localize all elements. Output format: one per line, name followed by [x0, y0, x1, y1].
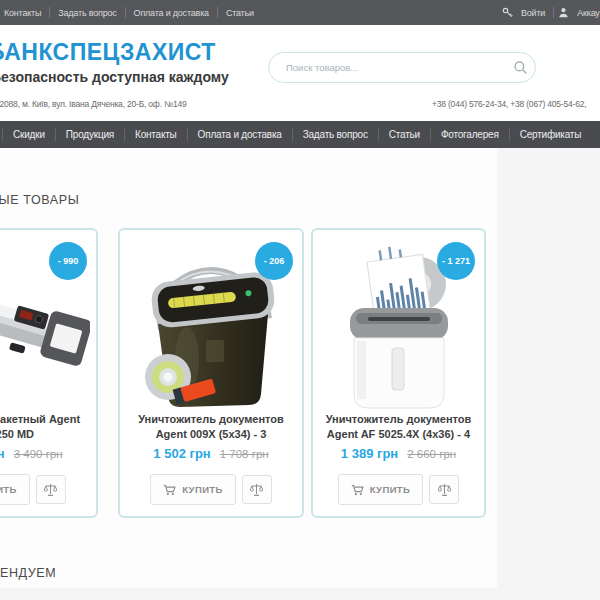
- recommended-title: РЕКОМЕНДУЕМ: [0, 566, 56, 580]
- nav-item-ask[interactable]: Задать вопрос: [293, 129, 378, 140]
- topbar-link-contacts[interactable]: Контакты: [0, 8, 49, 18]
- site-header: БАНКСПЕЦЗАХИСТ Безопасность доступная ка…: [0, 25, 600, 121]
- price-old: 2 660 грн: [407, 448, 456, 460]
- buy-button[interactable]: КУПИТЬ: [338, 474, 424, 505]
- scales-icon: [43, 483, 58, 497]
- cart-icon: [163, 484, 176, 496]
- price-new: 2 500 грн: [0, 446, 5, 461]
- scales-icon: [437, 483, 452, 497]
- nav-item-certificates[interactable]: Сертификаты: [510, 129, 592, 140]
- compare-button[interactable]: [429, 475, 459, 504]
- top-bar: Контакты Задать вопрос Оплата и доставка…: [0, 0, 600, 25]
- product-actions: КУПИТЬ: [120, 474, 302, 505]
- buy-button-label: КУПИТЬ: [0, 484, 17, 495]
- top-bar-links: Контакты Задать вопрос Оплата и доставка…: [0, 0, 262, 25]
- person-icon: [558, 7, 569, 18]
- divider: [553, 7, 554, 18]
- account-link[interactable]: Аккаунт: [573, 8, 600, 18]
- product-card[interactable]: Ламинатор пакетный Agent LM-250 MD 2 500…: [0, 228, 98, 518]
- nav-item-products[interactable]: Продукция: [56, 129, 124, 140]
- topbar-link-ask[interactable]: Задать вопрос: [50, 8, 124, 18]
- search-input[interactable]: [284, 61, 505, 74]
- cart-icon: [351, 484, 364, 496]
- product-price-row: 2 500 грн 3 490 грн: [0, 446, 96, 461]
- price-old: 1 708 грн: [220, 448, 269, 460]
- buy-button-label: КУПИТЬ: [370, 484, 411, 495]
- main-nav: Скидки Продукция Контакты Оплата и доста…: [0, 121, 600, 148]
- product-price-row: 1 389 грн 2 660 грн: [313, 446, 484, 461]
- nav-item-discounts[interactable]: Скидки: [3, 129, 55, 140]
- discount-badge: - 206: [255, 242, 293, 280]
- buy-button[interactable]: КУПИТЬ: [150, 474, 236, 505]
- company-phones: +38 (044) 576-24-34, +38 (067) 405-54-62…: [432, 99, 586, 109]
- popular-products-title: ПОПУЛЯРНЫЕ ТОВАРЫ: [0, 193, 79, 207]
- search-box: [268, 52, 536, 83]
- login-link[interactable]: Войти: [517, 8, 549, 18]
- discount-badge: - 990: [49, 242, 87, 280]
- price-new: 1 389 грн: [341, 446, 398, 461]
- product-title: Ламинатор пакетный Agent LM-250 MD: [0, 412, 88, 443]
- product-card[interactable]: Уничтожитель документов Agent 009X (5x34…: [118, 228, 304, 518]
- search-icon[interactable]: [505, 53, 535, 82]
- company-address: 02088, м. Київ, вул. Івана Дяченка, 20-Б…: [0, 99, 187, 109]
- topbar-link-payment[interactable]: Оплата и доставка: [126, 8, 217, 18]
- product-actions: КУПИТЬ: [0, 474, 96, 505]
- discount-badge: - 1 271: [437, 242, 475, 280]
- compare-button[interactable]: [36, 475, 66, 504]
- price-old: 3 490 грн: [14, 448, 63, 460]
- scales-icon: [249, 483, 264, 497]
- product-price-row: 1 502 грн 1 708 грн: [120, 446, 302, 461]
- topbar-link-articles[interactable]: Статьи: [218, 8, 262, 18]
- site-logo[interactable]: БАНКСПЕЦЗАХИСТ: [0, 39, 216, 66]
- product-title: Уничтожитель документов Agent AF 5025.4X…: [321, 412, 476, 443]
- nav-item-articles[interactable]: Статьи: [379, 129, 430, 140]
- site-tagline: Безопасность доступная каждому: [0, 69, 229, 85]
- product-title: Уничтожитель документов Agent 009X (5x34…: [128, 412, 294, 443]
- page: Контакты Задать вопрос Оплата и доставка…: [0, 0, 600, 600]
- main-nav-row: Скидки Продукция Контакты Оплата и доста…: [2, 121, 591, 148]
- product-actions: КУПИТЬ: [313, 474, 484, 505]
- top-bar-account-area: Войти Аккаунт: [502, 0, 600, 25]
- buy-button-label: КУПИТЬ: [182, 484, 223, 495]
- product-card[interactable]: Уничтожитель документов Agent AF 5025.4X…: [311, 228, 486, 518]
- key-icon: [502, 7, 513, 18]
- nav-item-gallery[interactable]: Фотогалерея: [431, 129, 509, 140]
- nav-item-payment[interactable]: Оплата и доставка: [188, 129, 292, 140]
- price-new: 1 502 грн: [153, 446, 210, 461]
- compare-button[interactable]: [242, 475, 272, 504]
- buy-button[interactable]: КУПИТЬ: [0, 474, 30, 505]
- nav-item-contacts[interactable]: Контакты: [125, 129, 187, 140]
